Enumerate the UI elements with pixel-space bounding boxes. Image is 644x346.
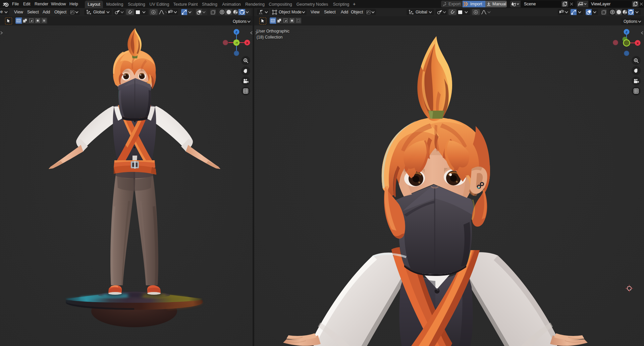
- svg-text:X: X: [246, 41, 249, 45]
- svg-text:X: X: [637, 41, 639, 45]
- svg-text:-Y: -Y: [235, 41, 238, 45]
- svg-text:Z: Z: [626, 30, 628, 34]
- svg-text:Z: Z: [235, 30, 237, 34]
